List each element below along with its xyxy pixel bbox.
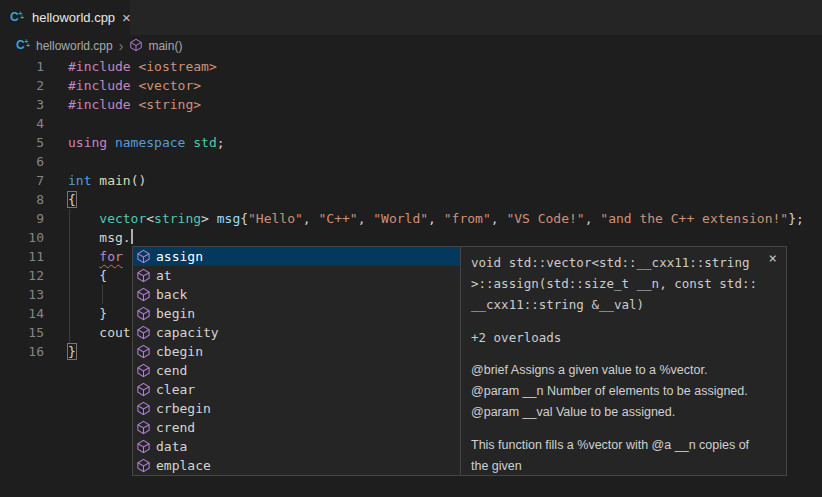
code-token: using [68, 135, 107, 150]
code-token: { [68, 268, 107, 283]
suggest-item-label: at [156, 268, 172, 283]
code-token: "VS Code!" [506, 211, 584, 226]
line-number[interactable]: 11 [0, 247, 44, 266]
code-token: for [99, 249, 122, 264]
line-number[interactable]: 9 [0, 209, 44, 228]
intellisense-popup: assign at back begin capacity cbegin cen… [132, 246, 787, 476]
line-number[interactable]: 15 [0, 323, 44, 342]
code-text: } [68, 304, 107, 323]
line-number[interactable]: 13 [0, 285, 44, 304]
suggest-item-label: crbegin [156, 401, 211, 416]
code-text: #include <vector> [68, 76, 201, 95]
code-line[interactable]: 1#include <iostream> [0, 57, 822, 76]
symbol-method-icon [136, 249, 151, 264]
code-token: ; [217, 135, 225, 150]
code-token: string [154, 211, 201, 226]
symbol-method-icon [136, 344, 151, 359]
code-token: , [585, 211, 601, 226]
suggest-item-cbegin[interactable]: cbegin [133, 342, 460, 361]
code-editor[interactable]: 1#include <iostream>2#include <vector>3#… [0, 57, 822, 497]
line-number[interactable]: 3 [0, 95, 44, 114]
suggest-item-data[interactable]: data [133, 437, 460, 456]
suggest-item-cend[interactable]: cend [133, 361, 460, 380]
docs-line: @param __val Value to be assigned. [471, 402, 760, 423]
docs-line: This function fills a %vector with @a __… [471, 435, 760, 456]
indent-guide [102, 285, 103, 304]
code-line[interactable]: 5using namespace std; [0, 133, 822, 152]
code-token: "and the C++ extension!" [600, 211, 788, 226]
cube-icon-slot-crumb [129, 38, 143, 55]
suggest-item-assign[interactable]: assign [133, 247, 460, 266]
close-icon[interactable]: × [769, 251, 777, 265]
code-token: "Hello" [248, 211, 303, 226]
svg-text:+: + [20, 14, 24, 21]
suggest-item-label: begin [156, 306, 195, 321]
line-number[interactable]: 8 [0, 190, 44, 209]
docs-line: @param __n Number of elements to be assi… [471, 381, 760, 402]
vscode-window: C + + helloworld.cpp × C + + helloworld.… [0, 0, 822, 497]
docs-line: the given [471, 456, 760, 476]
docs-line: >::assign(std::size_t __n, const std:: [471, 273, 760, 294]
code-line[interactable]: 7int main() [0, 171, 822, 190]
suggest-item-label: cbegin [156, 344, 203, 359]
symbol-method-icon [136, 363, 151, 378]
code-token: { [68, 192, 76, 207]
code-token: main [99, 173, 130, 188]
symbol-method-icon [136, 382, 151, 397]
code-token: <iostream> [138, 59, 216, 74]
indent-guide [69, 209, 70, 343]
suggest-item-label: data [156, 439, 187, 454]
suggest-item-label: emplace [156, 458, 211, 473]
line-number[interactable]: 10 [0, 228, 44, 247]
line-number[interactable]: 7 [0, 171, 44, 190]
suggest-item-capacity[interactable]: capacity [133, 323, 460, 342]
docs-line: void std::vector<std::__cxx11::string [471, 252, 760, 273]
symbol-method-icon [136, 325, 151, 340]
code-line[interactable]: 10 msg. [0, 228, 822, 247]
code-token: #include [68, 78, 138, 93]
code-line[interactable]: 4 [0, 114, 822, 133]
code-line[interactable]: 2#include <vector> [0, 76, 822, 95]
line-number[interactable]: 5 [0, 133, 44, 152]
line-number[interactable]: 6 [0, 152, 44, 171]
code-line[interactable]: 3#include <string> [0, 95, 822, 114]
docs-line: __cxx11::string &__val) [471, 294, 760, 315]
code-text: for [68, 247, 123, 266]
suggest-item-begin[interactable]: begin [133, 304, 460, 323]
code-text: using namespace std; [68, 133, 225, 152]
suggest-item-crend[interactable]: crend [133, 418, 460, 437]
suggest-item-clear[interactable]: clear [133, 380, 460, 399]
breadcrumb: C + + helloworld.cpp › main() [0, 35, 822, 57]
docs-spacer [471, 315, 760, 327]
code-token: , [303, 211, 319, 226]
line-number[interactable]: 14 [0, 304, 44, 323]
line-number[interactable]: 2 [0, 76, 44, 95]
line-number[interactable]: 4 [0, 114, 44, 133]
code-token: "from" [444, 211, 491, 226]
code-line[interactable]: 8{ [0, 190, 822, 209]
line-number[interactable]: 1 [0, 57, 44, 76]
code-token [68, 211, 99, 226]
line-number[interactable]: 16 [0, 342, 44, 361]
code-token: < [146, 211, 154, 226]
code-text: cout [68, 323, 131, 342]
suggest-item-at[interactable]: at [133, 266, 460, 285]
suggest-item-crbegin[interactable]: crbegin [133, 399, 460, 418]
line-number[interactable]: 12 [0, 266, 44, 285]
suggest-item-emplace[interactable]: emplace [133, 456, 460, 475]
docs-spacer [471, 423, 760, 435]
code-text: vector<string> msg{"Hello", "C++", "Worl… [68, 209, 804, 228]
code-text: } [68, 342, 76, 361]
symbol-method-icon [136, 287, 151, 302]
code-token: <vector> [138, 78, 201, 93]
symbol-method-icon [129, 38, 143, 52]
suggest-item-back[interactable]: back [133, 285, 460, 304]
cpp-file-icon: C + + [10, 9, 25, 24]
tab-helloworld-cpp[interactable]: C + + helloworld.cpp × [0, 0, 130, 35]
code-line[interactable]: 9 vector<string> msg{"Hello", "C++", "Wo… [0, 209, 822, 228]
cpp-icon-slot-tab: C + + [10, 9, 25, 27]
tab-close-icon[interactable]: × [122, 10, 131, 25]
breadcrumb-file[interactable]: helloworld.cpp [36, 39, 113, 53]
code-line[interactable]: 6 [0, 152, 822, 171]
breadcrumb-symbol[interactable]: main() [148, 39, 182, 53]
